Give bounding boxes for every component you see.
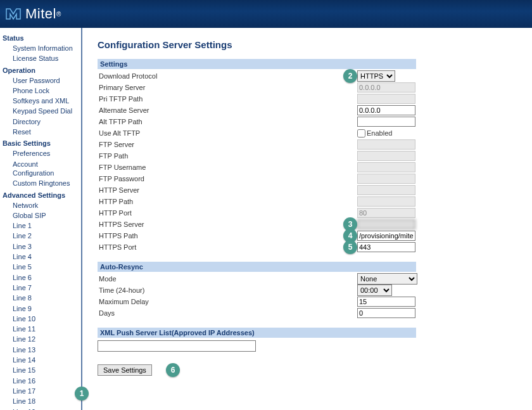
input-https-server[interactable] <box>357 219 415 229</box>
nav-item-line-10[interactable]: Line 10 <box>3 314 79 324</box>
input-xml-push-list[interactable] <box>98 340 256 352</box>
callout-1: 1 <box>75 387 89 400</box>
input-alternate-server[interactable] <box>357 105 415 115</box>
row-download-protocol: Download Protocol TFTPFTPHTTPHTTPS 2 <box>98 70 517 82</box>
row-mode: Mode None <box>98 273 517 285</box>
row-primary-server: Primary Server <box>98 82 517 93</box>
nav-item-softkeys-and-xml[interactable]: Softkeys and XML <box>3 96 79 106</box>
nav-item-line-13[interactable]: Line 13 <box>3 345 79 355</box>
nav-item-line-12[interactable]: Line 12 <box>3 334 79 344</box>
nav-item-directory[interactable]: Directory <box>3 117 79 127</box>
row-ftp-username: FTP Username <box>98 162 517 173</box>
nav-item-network[interactable]: Network <box>3 200 79 210</box>
input-ftp-path <box>357 151 415 161</box>
nav-item-line-19[interactable]: Line 19 <box>3 407 79 411</box>
row-alternate-server: Alternate Server <box>98 105 517 116</box>
nav-item-license-status[interactable]: License Status <box>3 53 79 63</box>
row-https-server: HTTPS Server 3 <box>98 219 517 230</box>
row-http-server: HTTP Server <box>98 184 517 196</box>
row-http-path: HTTP Path <box>98 196 517 207</box>
select-mode[interactable]: None <box>357 273 417 285</box>
row-use-alt-tftp: Use Alt TFTP Enabled <box>98 127 517 139</box>
nav-item-line-6[interactable]: Line 6 <box>3 272 79 283</box>
row-http-port: HTTP Port <box>98 207 517 219</box>
nav-item-line-14[interactable]: Line 14 <box>3 355 79 365</box>
input-https-port[interactable] <box>357 242 415 252</box>
row-time: Time (24-hour) 00:00 <box>98 285 517 296</box>
section-header-settings: Settings <box>98 59 416 69</box>
nav-group-title: Advanced Settings <box>3 191 79 199</box>
nav-item-account-configuration[interactable]: Account Configuration <box>3 159 79 179</box>
row-ftp-server: FTP Server <box>98 139 517 150</box>
app-header: Mitel® <box>0 0 532 28</box>
nav-item-line-16[interactable]: Line 16 <box>3 376 79 386</box>
main-content: Configuration Server Settings Settings D… <box>82 28 532 410</box>
nav-item-custom-ringtones[interactable]: Custom Ringtones <box>3 178 79 188</box>
mitel-logo-icon <box>5 8 22 20</box>
nav-item-line-5[interactable]: Line 5 <box>3 262 79 272</box>
nav-item-line-2[interactable]: Line 2 <box>3 231 79 241</box>
input-ftp-server <box>357 139 415 150</box>
nav-item-keypad-speed-dial[interactable]: Keypad Speed Dial <box>3 106 79 116</box>
input-http-path <box>357 196 415 207</box>
row-https-path: HTTPS Path 4 <box>98 230 517 241</box>
nav-item-reset[interactable]: Reset <box>3 127 79 137</box>
input-max-delay[interactable] <box>357 297 415 307</box>
nav-group-title: Operation <box>3 67 79 74</box>
nav-item-line-11[interactable]: Line 11 <box>3 324 79 334</box>
sidebar-nav: StatusSystem InformationLicense StatusOp… <box>0 28 82 410</box>
callout-6: 6 <box>166 363 180 377</box>
input-alt-tftp-path[interactable] <box>357 117 415 127</box>
nav-item-preferences[interactable]: Preferences <box>3 148 79 158</box>
save-settings-button[interactable]: Save Settings <box>98 364 152 376</box>
checkbox-label-enabled: Enabled <box>367 129 392 137</box>
section-header-auto-resync: Auto-Resync <box>98 262 416 272</box>
row-ftp-path: FTP Path <box>98 150 517 162</box>
nav-group-title: Basic Settings <box>3 139 79 147</box>
input-pri-tftp-path <box>357 94 415 104</box>
section-header-xml-push: XML Push Server List(Approved IP Address… <box>98 328 416 338</box>
input-ftp-password <box>357 174 415 184</box>
nav-item-line-8[interactable]: Line 8 <box>3 293 79 303</box>
nav-item-user-password[interactable]: User Password <box>3 75 79 86</box>
nav-item-global-sip[interactable]: Global SIP <box>3 210 79 221</box>
row-https-port: HTTPS Port 5 <box>98 241 517 253</box>
row-max-delay: Maximum Delay <box>98 296 517 307</box>
nav-item-system-information[interactable]: System Information <box>3 43 79 53</box>
brand-name: Mitel <box>25 6 56 22</box>
input-days[interactable] <box>357 308 415 318</box>
page-title: Configuration Server Settings <box>98 39 517 50</box>
nav-item-line-18[interactable]: Line 18 <box>3 396 79 406</box>
nav-item-line-15[interactable]: Line 15 <box>3 365 79 375</box>
input-http-server <box>357 185 415 195</box>
brand-logo: Mitel® <box>5 6 61 22</box>
row-alt-tftp-path: Alt TFTP Path <box>98 116 517 127</box>
label-download-protocol: Download Protocol <box>98 72 357 80</box>
nav-item-line-7[interactable]: Line 7 <box>3 283 79 293</box>
input-https-path[interactable] <box>357 231 415 241</box>
row-days: Days <box>98 307 517 319</box>
input-primary-server <box>357 82 415 93</box>
callout-2: 2 <box>343 69 357 83</box>
nav-item-line-3[interactable]: Line 3 <box>3 241 79 252</box>
nav-item-line-17[interactable]: Line 17 <box>3 386 79 396</box>
nav-item-line-4[interactable]: Line 4 <box>3 252 79 262</box>
select-time[interactable]: 00:00 <box>357 285 392 296</box>
callout-5: 5 <box>343 240 357 254</box>
nav-item-line-1[interactable]: Line 1 <box>3 221 79 231</box>
input-http-port <box>357 208 415 218</box>
select-download-protocol[interactable]: TFTPFTPHTTPHTTPS <box>357 70 395 82</box>
nav-item-line-9[interactable]: Line 9 <box>3 304 79 314</box>
row-ftp-password: FTP Password <box>98 173 517 184</box>
checkbox-use-alt-tftp[interactable] <box>357 129 365 138</box>
nav-item-phone-lock[interactable]: Phone Lock <box>3 86 79 96</box>
input-ftp-username <box>357 162 415 172</box>
row-pri-tftp-path: Pri TFTP Path <box>98 93 517 105</box>
nav-group-title: Status <box>3 34 79 42</box>
